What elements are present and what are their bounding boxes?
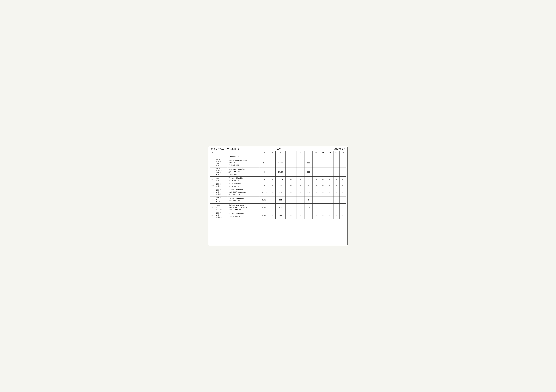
row-number: 47: [210, 177, 215, 182]
row-cell-5: —: [269, 188, 276, 196]
corner-mark-br: [343, 241, 346, 244]
row-cell-4: 8: [259, 182, 269, 188]
table-row: 50СПМ–У р.I п.I8I6То же, сечением 7xI мм…: [210, 196, 346, 203]
row-cell-4: 26: [259, 177, 269, 182]
row-cell-10: —: [312, 168, 320, 177]
document-page: 903-2-37.9I. Ал.I4,кн.2 — 230— 25306-15 …: [209, 147, 348, 245]
corner-mark-tl: [210, 148, 213, 151]
row-cell-11: —: [320, 212, 326, 219]
row-description: Вентиль I5нж6бкI ДуI5 мм, шт. I3xI,082: [228, 168, 259, 177]
col-header-7: 7: [286, 151, 296, 154]
row-description: Сосуд разделитель– ный, шт. 7,I0xI,098: [228, 158, 259, 168]
row-cell-9: 25: [304, 188, 313, 196]
row-cell-9: 563: [304, 168, 313, 177]
row-reference: I7–04 2-0706 СПМ–У т.ч.: [215, 158, 228, 168]
row-cell-12: —: [326, 168, 333, 177]
row-cell-10: —: [312, 188, 320, 196]
row-cell-6: I95: [276, 203, 286, 212]
row-cell-5: —: [269, 168, 276, 177]
corner-mark-bl: [210, 241, 213, 244]
row-description: Кабель контроль– ный АКВВГ сечением 4x2,…: [228, 203, 259, 212]
row-cell-7: —: [286, 188, 296, 196]
row-cell-5: —: [269, 196, 276, 203]
row-cell-7: —: [286, 212, 296, 219]
row-cell-12: —: [326, 182, 333, 188]
col-header-11: 11: [320, 151, 326, 154]
row-cell-13: —: [333, 212, 340, 219]
row-cell-10: —: [312, 196, 320, 203]
row-cell-10: —: [312, 203, 320, 212]
row-number: 45: [210, 158, 215, 168]
row-cell-5: —: [269, 177, 276, 182]
row-cell-4: 0,02: [259, 196, 269, 203]
row-cell-10: —: [312, 177, 320, 182]
row-cell-11: —: [320, 203, 326, 212]
row-reference: СПМ–У р.I п.2280: [215, 203, 228, 212]
main-table: 1 2 3 4 5 6 7 8 9 10 11 12 13 14: [210, 151, 346, 219]
row-cell-14: —: [340, 158, 346, 168]
col-header-9: 9: [304, 151, 313, 154]
page-header: 903-2-37.9I. Ал.I4,кн.2 — 230— 25306-15: [209, 147, 347, 151]
row-cell-11: —: [320, 196, 326, 203]
row-cell-11: —: [320, 182, 326, 188]
row-number: 5I: [210, 203, 215, 212]
row-cell-6: 202: [276, 188, 286, 196]
row-cell-13: —: [333, 177, 340, 182]
row-cell-8: —: [296, 212, 304, 219]
row-cell-4: 0,I25: [259, 188, 269, 196]
column-headers-row: 1 2 3 4 5 6 7 8 9 10 11 12 13 14: [210, 151, 346, 154]
row-reference: СПМ–У р.I п.2282: [215, 212, 228, 219]
row-cell-13: —: [333, 168, 340, 177]
row-cell-12: —: [326, 188, 333, 196]
row-number: 46: [210, 168, 215, 177]
col-header-14: 14: [340, 151, 346, 154]
row-cell-8: —: [296, 196, 304, 203]
row-cell-6: I,07: [276, 182, 286, 188]
row-cell-5: —: [269, 212, 276, 219]
header-left-text: 903-2-37.9I. Ал.I4,кн.2: [211, 148, 256, 150]
row-cell-10: —: [312, 158, 320, 168]
row-cell-4: 0,05: [259, 203, 269, 212]
col-header-6: 6: [276, 151, 286, 154]
row-cell-9: 9: [304, 182, 313, 188]
row-number: 50: [210, 196, 215, 203]
row-reference: СПМ–У р.I п.I8I6: [215, 196, 228, 203]
row-cell-8: —: [296, 168, 304, 177]
row-cell-4: 40: [259, 168, 269, 177]
table-row: 45I7–04 2-0706 СПМ–У т.ч.Сосуд разделите…: [210, 158, 346, 168]
row-description: То же, I5кчI8п ДуI5 мм, шт.: [228, 177, 259, 182]
row-cell-13: —: [333, 182, 340, 188]
col-header-8: 8: [296, 151, 304, 154]
row-cell-7: —: [286, 203, 296, 212]
row-cell-12: —: [326, 203, 333, 212]
row-cell-7: —: [286, 196, 296, 203]
row-cell-8: —: [296, 158, 304, 168]
col-header-10: 10: [312, 151, 320, 154]
table-row: 4623-07 I-06I0 СПМ–У т.ч.Вентиль I5нж6бк…: [210, 168, 346, 177]
row-cell-8: —: [296, 182, 304, 188]
row-cell-6: 277: [276, 212, 286, 219]
col-header-4: 4: [259, 151, 269, 154]
row-cell-14: —: [340, 182, 346, 188]
col-header-2: 2: [215, 151, 228, 154]
row-cell-11: —: [320, 177, 326, 182]
row-cell-8: —: [296, 177, 304, 182]
row-reference: СПМ–III п.97: [215, 177, 228, 182]
row-cell-12: —: [326, 158, 333, 168]
row-cell-8: —: [296, 203, 304, 212]
row-cell-6: I4,07: [276, 168, 286, 177]
row-description: Кабель контроль– ный КВВГ сечением 4xI м…: [228, 188, 259, 196]
row-cell-13: —: [333, 158, 340, 168]
row-cell-13: —: [333, 196, 340, 203]
row-cell-7: —: [286, 182, 296, 188]
pre-header-row: I800xI,086: [210, 154, 346, 158]
row-cell-13: —: [333, 203, 340, 212]
row-cell-14: —: [340, 203, 346, 212]
row-cell-14: —: [340, 212, 346, 219]
row-cell-6: 28I: [276, 196, 286, 203]
col-header-1: 1: [210, 151, 215, 154]
row-reference: СПМ–III п.I039: [215, 182, 228, 188]
row-cell-5: —: [269, 203, 276, 212]
row-cell-6: I,20: [276, 177, 286, 182]
row-cell-14: —: [340, 177, 346, 182]
